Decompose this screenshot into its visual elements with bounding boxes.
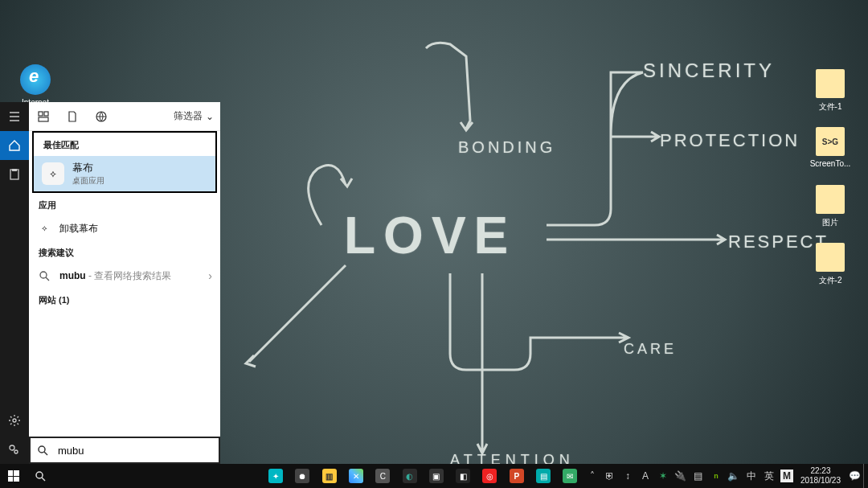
app-icon: C	[375, 469, 390, 483]
folder-icon	[816, 243, 845, 272]
search-input[interactable]	[55, 441, 219, 460]
wallpaper-word-care: CARE	[624, 341, 677, 358]
taskbar-app-11[interactable]: ▤	[530, 464, 556, 488]
search-results-panel: 筛选器 ⌄ 最佳匹配 ⟡ 幕布 桌面应用 应用 ⟡ 卸载幕布 搜索建议 mubu…	[29, 102, 220, 464]
taskbar-app-2[interactable]: ⏺	[289, 464, 316, 488]
tray-a-icon[interactable]: A	[637, 470, 654, 482]
filter-label: 筛选器	[174, 109, 203, 123]
wallpaper-word-bonding: BONDING	[458, 138, 555, 157]
suggest-suffix: - 查看网络搜索结果	[86, 270, 172, 281]
tray-volume-icon[interactable]: 🔈	[725, 470, 743, 482]
folder-icon	[816, 69, 845, 98]
clock-date: 2018/10/23	[800, 476, 841, 486]
best-match-header: 最佳匹配	[34, 133, 215, 156]
desktop-icon-folder1[interactable]: 文件-1	[806, 69, 854, 113]
result-subtitle: 桌面应用	[72, 175, 104, 187]
nav-home-button[interactable]	[0, 131, 29, 160]
windows-icon	[8, 470, 19, 482]
clock-time: 22:23	[800, 466, 841, 476]
tray-network-icon[interactable]: ▤	[690, 470, 707, 482]
wallpaper-word-protection: PROTECTION	[660, 130, 800, 151]
search-sidebar	[0, 102, 29, 464]
svg-point-3	[10, 445, 14, 450]
taskbar-clock[interactable]: 22:23 2018/10/23	[796, 466, 845, 486]
result-title: 卸载幕布	[59, 222, 98, 236]
start-button[interactable]	[0, 464, 27, 488]
svg-rect-6	[44, 112, 48, 116]
taskbar-app-9[interactable]: ◎	[477, 464, 503, 488]
scope-web-icon[interactable]	[93, 109, 109, 125]
search-icon	[37, 269, 51, 283]
tray-shield-icon[interactable]: ⛨	[601, 470, 619, 482]
search-button[interactable]	[27, 464, 53, 488]
taskbar-app-7[interactable]: ▣	[423, 464, 449, 488]
filter-dropdown[interactable]: 筛选器 ⌄	[174, 109, 214, 123]
tray-arrow-icon[interactable]: ↕	[619, 470, 637, 482]
search-input-container[interactable]	[29, 437, 220, 464]
taskbar-app-powerpoint[interactable]: P	[503, 464, 530, 488]
app-icon: ⏺	[295, 469, 309, 483]
tray-m-icon[interactable]: M	[780, 470, 793, 482]
result-web-search[interactable]: mubu - 查看网络搜索结果 ›	[29, 264, 220, 288]
search-icon	[31, 444, 55, 457]
svg-point-10	[39, 446, 45, 453]
scope-documents-icon[interactable]	[64, 109, 80, 125]
app-icon: ▤	[536, 469, 551, 483]
tray-chevron-up[interactable]: ˄	[583, 470, 601, 482]
nav-clipboard-button[interactable]	[0, 160, 29, 189]
desktop-icon-label: 文件-2	[806, 275, 854, 286]
tray-ime-lang[interactable]: 中	[743, 470, 760, 483]
search-tabbar: 筛选器 ⌄	[29, 102, 220, 131]
app-icon: ▣	[429, 469, 444, 483]
scope-all-icon[interactable]	[35, 109, 51, 125]
apps-header: 应用	[29, 193, 220, 216]
desktop-icon-screentogif[interactable]: S>G ScreenTo...	[806, 127, 854, 168]
nav-settings-button[interactable]	[0, 406, 29, 435]
svg-point-4	[14, 450, 18, 453]
nav-feedback-button[interactable]	[0, 435, 29, 464]
tray-nvidia-icon[interactable]: n	[707, 472, 725, 480]
screentogif-icon: S>G	[816, 127, 845, 156]
desktop-icon-label: ScreenTo...	[806, 159, 854, 168]
svg-rect-5	[39, 112, 43, 116]
taskbar-app-1[interactable]: ✦	[263, 464, 289, 488]
taskbar: ✦ ⏺ ▥ ✕ C ◐ ▣ ◧ ◎ P ▤ ✉ ˄ ⛨ ↕ A ✶ 🔌 ▤ n …	[0, 464, 868, 488]
show-desktop-button[interactable]	[863, 464, 868, 488]
powerpoint-icon: P	[510, 469, 524, 483]
svg-point-9	[40, 272, 47, 278]
desktop-icon-folder2[interactable]: 文件-2	[806, 243, 854, 286]
app-icon: ◎	[482, 469, 497, 483]
result-uninstall-app[interactable]: ⟡ 卸载幕布	[29, 216, 220, 240]
desktop-icon-label: 图片	[806, 217, 854, 228]
file-explorer-icon: ▥	[322, 469, 337, 483]
app-icon: ✦	[268, 469, 283, 483]
taskbar-app-8[interactable]: ◧	[450, 464, 477, 488]
action-center-icon[interactable]: 💬	[845, 470, 863, 482]
system-tray: ˄ ⛨ ↕ A ✶ 🔌 ▤ n 🔈 中 英 M 22:23 2018/10/23…	[583, 464, 868, 488]
chevron-down-icon: ⌄	[206, 111, 214, 122]
desktop-icon-pictures[interactable]: 图片	[806, 185, 854, 228]
app-icon: ✕	[349, 469, 363, 483]
svg-point-11	[36, 472, 43, 478]
wallpaper-word-love: LOVE	[344, 206, 516, 265]
result-title: 幕布	[72, 161, 104, 175]
taskbar-app-4[interactable]: ✕	[342, 464, 369, 488]
tray-ime-mode[interactable]: 英	[760, 470, 778, 483]
best-match-box: 最佳匹配 ⟡ 幕布 桌面应用	[32, 131, 217, 193]
folder-icon	[816, 185, 845, 214]
app-icon: ✉	[563, 469, 577, 483]
nav-hamburger-button[interactable]	[0, 102, 29, 131]
taskbar-app-3[interactable]: ▥	[316, 464, 342, 488]
app-icon: ◐	[403, 469, 417, 483]
taskbar-app-5[interactable]: C	[370, 464, 396, 488]
app-icon: ◧	[456, 469, 470, 483]
result-best-match[interactable]: ⟡ 幕布 桌面应用	[34, 156, 215, 191]
tray-power-icon[interactable]: 🔌	[672, 470, 690, 482]
desktop-icon-label: 文件-1	[806, 101, 854, 113]
taskbar-app-6[interactable]: ◐	[396, 464, 423, 488]
svg-rect-1	[12, 169, 17, 171]
taskbar-app-12[interactable]: ✉	[557, 464, 583, 488]
websites-header: 网站 (1)	[29, 288, 220, 311]
ie-icon	[20, 64, 51, 95]
tray-wechat-icon[interactable]: ✶	[654, 470, 672, 482]
